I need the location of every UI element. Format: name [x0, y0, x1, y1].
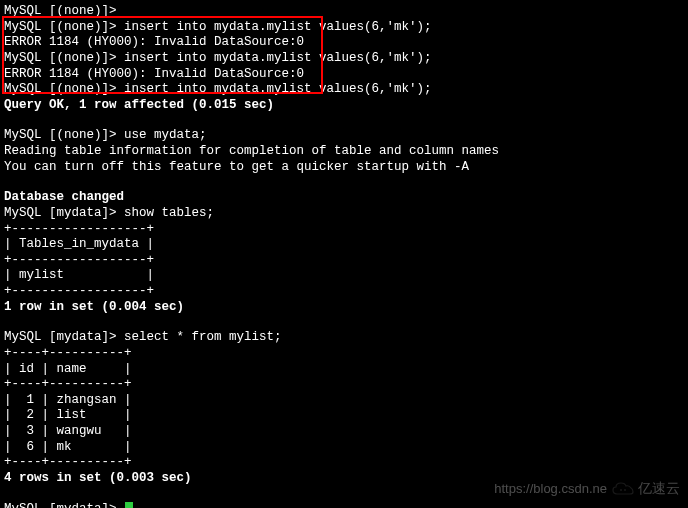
db-changed: Database changed [4, 190, 684, 206]
watermark-url: https://blog.csdn.ne [494, 481, 607, 497]
data-border: +----+----------+ [4, 455, 684, 471]
tables-border: +------------------+ [4, 222, 684, 238]
terminal-output: MySQL [(none)]> MySQL [(none)]> insert i… [4, 4, 684, 508]
cursor-icon [125, 502, 133, 509]
error-line: ERROR 1184 (HY000): Invalid DataSource:0 [4, 67, 684, 83]
tables-header: | Tables_in_mydata | [4, 237, 684, 253]
table-row: | 2 | list | [4, 408, 684, 424]
data-header: | id | name | [4, 362, 684, 378]
table-row: | 3 | wangwu | [4, 424, 684, 440]
error-line: ERROR 1184 (HY000): Invalid DataSource:0 [4, 35, 684, 51]
brand-logo: 亿速云 [611, 480, 680, 498]
tables-border: +------------------+ [4, 253, 684, 269]
turn-off-info: You can turn off this feature to get a q… [4, 160, 684, 176]
cloud-icon [611, 480, 635, 498]
watermark: https://blog.csdn.ne 亿速云 [494, 480, 680, 498]
idle-prompt: MySQL [(none)]> [4, 4, 684, 20]
tables-row: | mylist | [4, 268, 684, 284]
table-row: | 6 | mk | [4, 440, 684, 456]
data-border: +----+----------+ [4, 346, 684, 362]
table-row: | 1 | zhangsan | [4, 393, 684, 409]
show-tables: MySQL [mydata]> show tables; [4, 206, 684, 222]
use-stmt: MySQL [(none)]> use mydata; [4, 128, 684, 144]
svg-point-0 [620, 489, 622, 491]
query-ok: Query OK, 1 row affected (0.015 sec) [4, 98, 684, 114]
data-border: +----+----------+ [4, 377, 684, 393]
stmt-line: MySQL [(none)]> insert into mydata.mylis… [4, 82, 684, 98]
stmt-line: MySQL [(none)]> insert into mydata.mylis… [4, 20, 684, 36]
reading-info: Reading table information for completion… [4, 144, 684, 160]
stmt-line: MySQL [(none)]> insert into mydata.mylis… [4, 51, 684, 67]
svg-point-1 [624, 489, 626, 491]
prompt-cursor[interactable]: MySQL [mydata]> [4, 502, 684, 509]
select-stmt: MySQL [mydata]> select * from mylist; [4, 330, 684, 346]
brand-text: 亿速云 [638, 480, 680, 498]
tables-border: +------------------+ [4, 284, 684, 300]
rows-1: 1 row in set (0.004 sec) [4, 300, 684, 316]
